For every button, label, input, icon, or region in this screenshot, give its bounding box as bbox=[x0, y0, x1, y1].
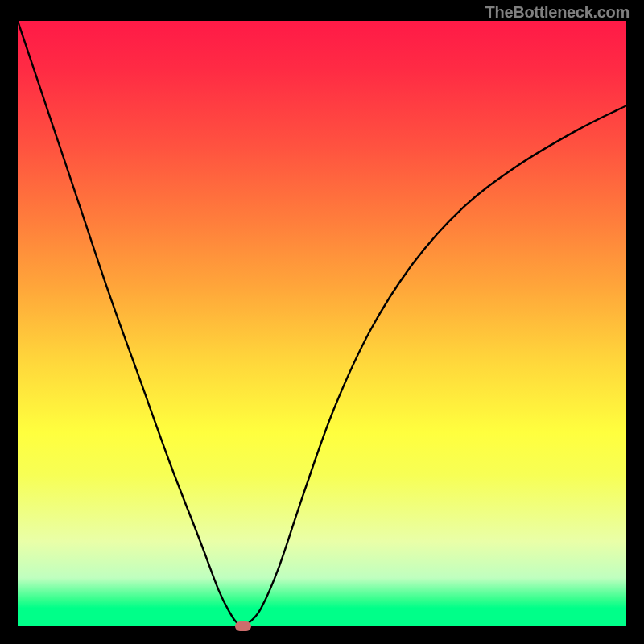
bottleneck-curve bbox=[18, 21, 626, 626]
plot-area bbox=[18, 21, 626, 626]
chart-frame: TheBottleneck.com bbox=[0, 0, 644, 644]
optimum-marker bbox=[235, 621, 251, 631]
curve-svg bbox=[18, 21, 626, 626]
attribution-text: TheBottleneck.com bbox=[485, 3, 630, 22]
